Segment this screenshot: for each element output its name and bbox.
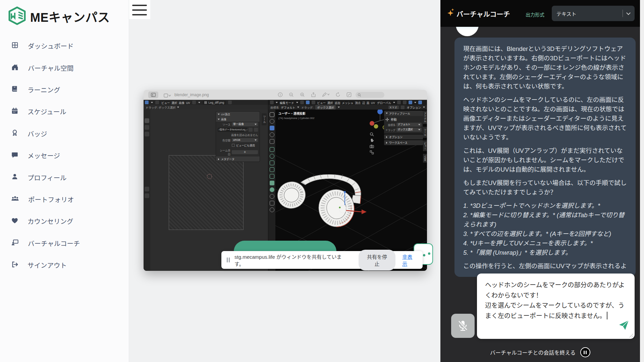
sidebar-item-sign-out[interactable]: サインアウト <box>0 254 129 276</box>
sidebar-item-learning[interactable]: ラーニング <box>0 79 129 101</box>
main-content: blender_image.png ビュー 選択 画像 UV <box>129 0 440 362</box>
sidebar-item-label: バーチャルコーチ <box>28 238 80 248</box>
spin-tool-icon <box>270 187 274 192</box>
sidebar-item-profile[interactable]: プロフィール <box>0 166 129 188</box>
info-icon <box>278 92 283 97</box>
title-caret-icon <box>164 93 171 99</box>
profile-icon <box>11 173 18 182</box>
sign-out-icon <box>11 261 18 269</box>
chat-input[interactable]: ヘッドホンのシームをマークの部分のあたりがよくわからないです！ 辺を選んでシーム… <box>477 274 635 339</box>
shrink-tool-icon <box>270 207 274 212</box>
sidebar-item-label: カウンセリング <box>28 216 73 226</box>
badge-icon <box>11 129 18 138</box>
uv-menus: ビュー 選択 画像 UV <box>161 101 190 105</box>
share-icon <box>311 92 316 97</box>
uv-tool-settings-row: ドラッグ: ボックス選択 <box>144 105 268 110</box>
mic-mute-button[interactable] <box>451 314 475 338</box>
object-name: (74) headphone | Cylinder.002 <box>278 117 315 120</box>
tab-item: アイテム <box>423 111 427 124</box>
pivot-icon <box>192 101 196 104</box>
npanel-drag-select: ボックス選択 <box>396 128 422 132</box>
scale-tool-icon <box>270 139 274 144</box>
sidebar-item-label: メッセージ <box>28 150 60 160</box>
options-menu: オプション <box>407 105 421 109</box>
sidebar-item-portfolio[interactable]: ポートフォリオ <box>0 188 129 210</box>
folder-icon <box>249 128 253 132</box>
hamburger-menu-button[interactable] <box>129 0 150 19</box>
rotate-tool-icon <box>270 132 274 137</box>
sidebar-item-label: ポートフォリオ <box>28 194 74 204</box>
tab-view: ビュー <box>423 140 427 152</box>
viewport-n-panel: アクティブツール 移動 座標系 デフォルト ドラッグ ボックス選択 <box>384 111 423 145</box>
stop-sharing-button[interactable]: 共有を停止 <box>359 250 396 270</box>
pause-button[interactable] <box>580 347 590 357</box>
coach-header: バーチャルコーチ 出力形式 テキスト <box>440 0 644 27</box>
uv-toolbar <box>144 110 150 271</box>
coord-value: デフォルト <box>281 105 296 109</box>
viewport-header: 編集モード ビュー 選択 追加 メッシュ 頂点 辺 面 UV グローバル <box>268 100 427 105</box>
resize-handle[interactable] <box>629 334 633 338</box>
apply-view-checkbox <box>232 144 235 147</box>
select-divider <box>623 10 623 17</box>
workspace-panel-collapsed: ワークスペース <box>389 141 408 144</box>
sidebar-item-schedule[interactable]: スケジュール <box>0 101 129 122</box>
output-format-select[interactable]: テキスト <box>552 6 635 21</box>
share-message: stg.mecampus.life がウィンドウを共有しています。 <box>234 253 351 267</box>
sidebar-item-label: スケジュール <box>28 107 66 116</box>
markup-pencil-icon <box>322 92 329 97</box>
end-conversation-label: バーチャルコーチとの会話を終える <box>490 348 576 356</box>
sidebar: MEキャンパス ダッシュボード バーチャル空間 ラーニング スケジュール バッジ… <box>0 0 129 362</box>
message-paragraph: これは、UV展開（UVアンラップ）がまだ実行されていないことが原因かもしれません… <box>463 146 627 174</box>
banner-drag-handle-icon[interactable] <box>227 257 230 262</box>
sidebar-item-label: ダッシュボード <box>28 41 74 51</box>
step-item: 4. *Uキーを押してUVメニューを表示します。* <box>463 239 627 248</box>
sidebar-item-label: ラーニング <box>28 85 60 95</box>
sidebar-item-virtual-space[interactable]: バーチャル空間 <box>0 57 129 78</box>
chevron-down-icon <box>626 11 631 15</box>
send-plane-icon <box>619 320 629 330</box>
transform-pivot-icon <box>401 106 405 109</box>
highlight-icon <box>346 92 352 97</box>
logo-text: MEキャンパス <box>30 8 110 25</box>
viewport-menus: ビュー 選択 追加 メッシュ 頂点 辺 面 UV <box>317 101 375 105</box>
camera-view-icon <box>370 144 374 148</box>
move-tool-icon-active <box>270 126 274 130</box>
app-logo[interactable]: MEキャンパス <box>7 6 110 27</box>
shading-icon <box>418 101 422 104</box>
cursor-tool-icon <box>270 119 274 124</box>
mic-off-icon <box>458 320 468 332</box>
sidebar-item-message[interactable]: メッセージ <box>0 144 129 166</box>
active-tool-header: アクティブツール <box>389 112 410 115</box>
image-section: 画像 <box>221 117 226 121</box>
image-name: Leg_diff.png <box>208 101 224 104</box>
bevel-tool-icon <box>270 161 274 165</box>
uv-sidebar-tab: ツール <box>262 113 267 125</box>
zoom-icon <box>370 132 374 136</box>
sidebar-item-dashboard[interactable]: ダッシュボード <box>0 35 129 57</box>
sidebar-item-virtual-coach[interactable]: バーチャルコーチ <box>0 232 129 254</box>
step-item: 2. *編集モードに切り替えます。* (通常はTabキーで切り替えられます) <box>463 210 627 229</box>
seam-label: シーム余白 <box>218 148 230 156</box>
page-scrollbar[interactable] <box>640 0 644 362</box>
window-title: blender_image.png <box>174 93 209 97</box>
send-button[interactable] <box>619 320 629 334</box>
preview-sidebar-icon <box>148 92 158 98</box>
message-paragraph: ヘッドホンのシームをマークしているのに、左の画面に反映されないとのことですね。左… <box>463 95 627 142</box>
axis-lock-buttons: XYZ <box>388 106 399 109</box>
tab-tool: ツール <box>423 127 427 138</box>
search-field <box>356 92 384 98</box>
pan-hand-icon <box>370 138 374 142</box>
gizmo-x-axis <box>370 121 374 126</box>
hide-banner-link[interactable]: 非表示 <box>402 253 417 267</box>
sidebar-item-counseling[interactable]: カウンセリング <box>0 210 129 232</box>
assistant-message-bubble: 現在画面には、Blenderという3Dモデリングソフトウェアが表示されていますね… <box>454 38 636 277</box>
orientation-select: グローバル <box>377 101 391 105</box>
colorspace-select: sRGB <box>232 138 258 142</box>
sidebar-item-badge[interactable]: バッジ <box>0 123 129 144</box>
proportional-edit-icon <box>403 101 407 104</box>
face-select-icon <box>312 101 315 104</box>
viewport-nav-buttons <box>370 132 374 155</box>
message-paragraph: もしまだUV展開を行っていない場合は、以下の手順で試してみていただけますでしょう… <box>463 178 627 197</box>
text-cursor <box>607 312 607 319</box>
output-format-label: 出力形式 <box>526 11 544 18</box>
